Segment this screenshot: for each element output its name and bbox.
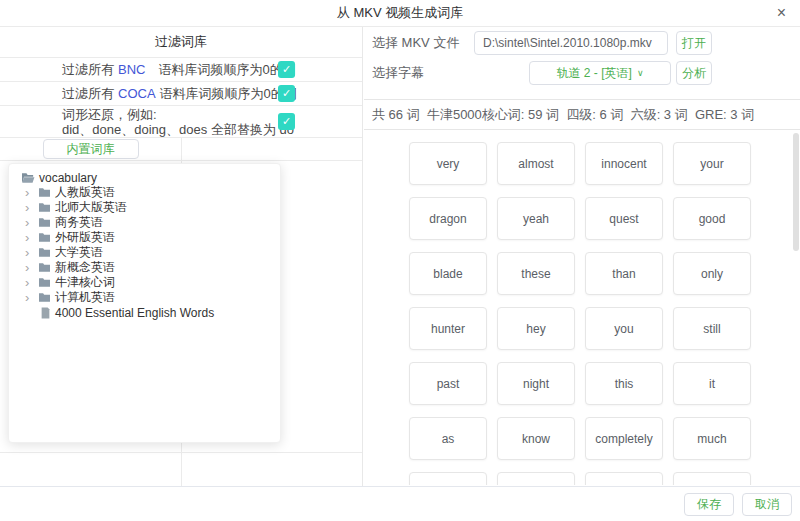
word-card[interactable] <box>409 472 487 485</box>
word-card[interactable] <box>585 472 663 485</box>
folder-icon <box>38 277 51 288</box>
tree-item-waiyanban[interactable]: › 外研版英语 <box>9 230 280 245</box>
word-card[interactable]: these <box>497 252 575 295</box>
word-stats: 共 66 词 牛津5000核心词: 59 词 四级: 6 词 六级: 3 词 G… <box>364 100 800 130</box>
word-card[interactable]: it <box>673 362 751 405</box>
chevron-right-icon: › <box>25 261 38 274</box>
word-card[interactable] <box>673 472 751 485</box>
coca-filter-checkbox[interactable]: ✓ <box>278 85 295 102</box>
file-form: 选择 MKV 文件 打开 选择字幕 轨道 2 - [英语] ∨ 分析 <box>364 27 800 100</box>
word-card[interactable] <box>497 472 575 485</box>
builtin-vocab-button[interactable]: 内置词库 <box>43 139 139 159</box>
book-icon <box>40 307 51 319</box>
filter-row-coca: 过滤所有COCA语料库词频顺序为0的词 ✓ <box>0 82 362 106</box>
coca-link[interactable]: COCA <box>118 86 156 101</box>
word-card[interactable]: much <box>673 417 751 460</box>
bnc-filter-checkbox[interactable]: ✓ <box>278 61 295 78</box>
tree-item-root[interactable]: vocabulary <box>9 170 280 185</box>
tree-item-daxue[interactable]: › 大学英语 <box>9 245 280 260</box>
word-card[interactable]: yeah <box>497 197 575 240</box>
lemma-checkbox[interactable]: ✓ <box>278 113 295 130</box>
tree-item-niujin[interactable]: › 牛津核心词 <box>9 275 280 290</box>
filter-row-lemma: 词形还原，例如: did、done、doing、does 全部替换为 do ✓ <box>0 106 362 138</box>
mkv-path-input[interactable] <box>474 31 668 55</box>
subtitle-label: 选择字幕 <box>372 64 474 82</box>
close-icon[interactable]: × <box>773 0 790 26</box>
title-bar: 从 MKV 视频生成词库 × <box>0 0 800 27</box>
folder-icon <box>38 232 51 243</box>
chevron-right-icon: › <box>25 291 38 304</box>
tree-item-4000-essential[interactable]: 4000 Essential English Words <box>9 305 280 320</box>
filter-panel: 过滤词库 过滤所有BNC语料库词频顺序为0的词 ✓ 过滤所有COCA语料库词频顺… <box>0 27 363 486</box>
tree-item-beishida[interactable]: › 北师大版英语 <box>9 200 280 215</box>
filter-coca-label: 过滤所有COCA语料库词频顺序为0的词 <box>62 85 297 103</box>
word-card[interactable]: night <box>497 362 575 405</box>
filter-panel-title: 过滤词库 <box>0 27 362 58</box>
folder-icon <box>38 292 51 303</box>
word-card[interactable]: hey <box>497 307 575 350</box>
chevron-right-icon: › <box>25 186 38 199</box>
word-card[interactable]: you <box>585 307 663 350</box>
dialog-title: 从 MKV 视频生成词库 <box>0 0 800 26</box>
word-card[interactable]: past <box>409 362 487 405</box>
cancel-button[interactable]: 取消 <box>742 493 792 516</box>
subtitle-row: 选择字幕 轨道 2 - [英语] ∨ 分析 <box>364 61 800 85</box>
mkv-file-row: 选择 MKV 文件 打开 <box>364 31 800 55</box>
word-card[interactable]: very <box>409 142 487 185</box>
word-card[interactable]: only <box>673 252 751 295</box>
analysis-panel: 选择 MKV 文件 打开 选择字幕 轨道 2 - [英语] ∨ 分析 共 66 … <box>364 27 800 486</box>
scrollbar[interactable] <box>793 133 799 251</box>
tree-item-renjiaoban[interactable]: › 人教版英语 <box>9 185 280 200</box>
folder-open-icon <box>21 172 35 184</box>
mkv-file-label: 选择 MKV 文件 <box>372 34 474 52</box>
bnc-link[interactable]: BNC <box>118 62 145 77</box>
chevron-right-icon: › <box>25 246 38 259</box>
word-card[interactable]: your <box>673 142 751 185</box>
chevron-down-icon: ∨ <box>637 68 644 78</box>
word-card[interactable]: still <box>673 307 751 350</box>
word-card[interactable]: good <box>673 197 751 240</box>
word-card[interactable]: dragon <box>409 197 487 240</box>
save-button[interactable]: 保存 <box>684 493 734 516</box>
filter-bnc-label: 过滤所有BNC语料库词频顺序为0的词 <box>62 61 296 79</box>
chevron-right-icon: › <box>25 276 38 289</box>
dialog-footer: 保存 取消 <box>0 486 800 521</box>
tree-item-xingainian[interactable]: › 新概念英语 <box>9 260 280 275</box>
tree-item-label: 计算机英语 <box>55 289 115 306</box>
word-card[interactable]: than <box>585 252 663 295</box>
tree-item-jisuanji[interactable]: › 计算机英语 <box>9 290 280 305</box>
builtin-vocab-tree: vocabulary › 人教版英语 › 北师大版英语 › 商务英语 › 外研版… <box>8 163 281 443</box>
word-card[interactable]: almost <box>497 142 575 185</box>
word-grid: very almost innocent your dragon yeah qu… <box>364 130 800 485</box>
tree-item-label: vocabulary <box>39 171 97 185</box>
folder-icon <box>38 217 51 228</box>
chevron-right-icon: › <box>25 216 38 229</box>
word-card[interactable]: innocent <box>585 142 663 185</box>
subtitle-track-value: 轨道 2 - [英语] <box>557 65 632 82</box>
builtin-button-row: 内置词库 <box>0 138 362 161</box>
folder-icon <box>38 187 51 198</box>
word-grid-area: very almost innocent your dragon yeah qu… <box>364 130 800 485</box>
word-card[interactable]: quest <box>585 197 663 240</box>
tree-item-shangwu[interactable]: › 商务英语 <box>9 215 280 230</box>
folder-icon <box>38 247 51 258</box>
tree-item-label: 4000 Essential English Words <box>55 306 214 320</box>
chevron-right-icon: › <box>25 201 38 214</box>
word-card[interactable]: hunter <box>409 307 487 350</box>
filter-row-bnc: 过滤所有BNC语料库词频顺序为0的词 ✓ <box>0 58 362 82</box>
word-card[interactable]: know <box>497 417 575 460</box>
chevron-right-icon: › <box>25 231 38 244</box>
subtitle-track-select[interactable]: 轨道 2 - [英语] ∨ <box>529 61 671 85</box>
analyze-button[interactable]: 分析 <box>676 61 712 85</box>
word-card[interactable]: blade <box>409 252 487 295</box>
folder-icon <box>38 262 51 273</box>
folder-icon <box>38 202 51 213</box>
open-button[interactable]: 打开 <box>676 31 712 55</box>
left-bottom-area <box>0 453 362 486</box>
lemma-label: 词形还原，例如: did、done、doing、does 全部替换为 do <box>62 107 294 137</box>
word-card[interactable]: as <box>409 417 487 460</box>
word-card[interactable]: this <box>585 362 663 405</box>
mkv-vocab-dialog: 从 MKV 视频生成词库 × 过滤词库 过滤所有BNC语料库词频顺序为0的词 ✓… <box>0 0 800 521</box>
word-card[interactable]: completely <box>585 417 663 460</box>
